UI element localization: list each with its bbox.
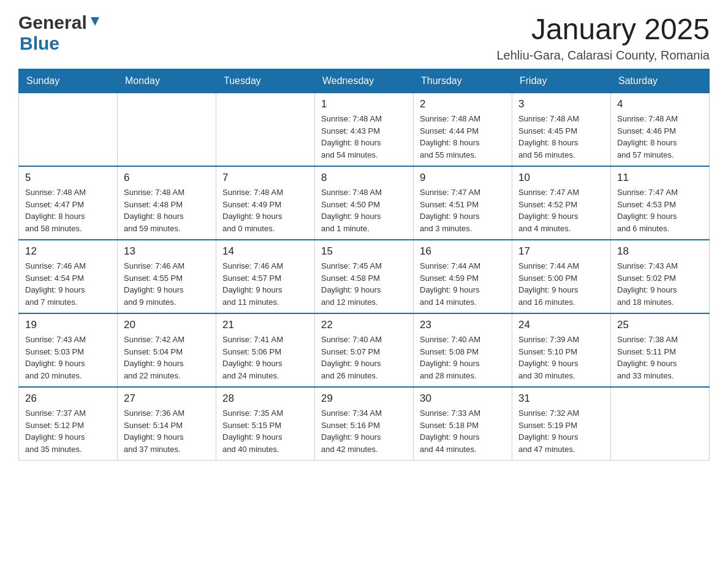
week-row-3: 12Sunrise: 7:46 AM Sunset: 4:54 PM Dayli…	[19, 240, 710, 313]
day-number: 27	[124, 393, 210, 405]
month-title: January 2025	[496, 12, 710, 46]
day-number: 5	[25, 172, 111, 184]
logo-arrow-icon	[88, 15, 102, 28]
day-cell	[611, 387, 710, 461]
day-number: 23	[420, 319, 506, 331]
day-number: 22	[321, 319, 407, 331]
day-info: Sunrise: 7:43 AM Sunset: 5:02 PM Dayligh…	[617, 260, 703, 308]
day-info: Sunrise: 7:48 AM Sunset: 4:50 PM Dayligh…	[321, 186, 407, 234]
day-info: Sunrise: 7:47 AM Sunset: 4:51 PM Dayligh…	[420, 186, 506, 234]
day-number: 28	[222, 393, 308, 405]
day-number: 21	[222, 319, 308, 331]
day-number: 4	[617, 98, 703, 110]
day-number: 6	[124, 172, 210, 184]
day-number: 30	[420, 393, 506, 405]
day-info: Sunrise: 7:47 AM Sunset: 4:52 PM Dayligh…	[518, 186, 604, 234]
day-number: 14	[222, 245, 308, 258]
day-info: Sunrise: 7:46 AM Sunset: 4:54 PM Dayligh…	[25, 260, 111, 308]
day-cell	[216, 93, 315, 167]
page-header: General Blue January 2025 Lehliu-Gara, C…	[18, 12, 710, 63]
day-info: Sunrise: 7:44 AM Sunset: 4:59 PM Dayligh…	[420, 260, 506, 308]
day-cell	[19, 93, 118, 167]
day-cell: 1Sunrise: 7:48 AM Sunset: 4:43 PM Daylig…	[315, 93, 414, 167]
day-info: Sunrise: 7:38 AM Sunset: 5:11 PM Dayligh…	[617, 334, 703, 381]
weekday-header-saturday: Saturday	[611, 69, 710, 93]
day-cell: 19Sunrise: 7:43 AM Sunset: 5:03 PM Dayli…	[19, 313, 118, 387]
logo-blue-text: Blue	[20, 33, 59, 53]
day-info: Sunrise: 7:45 AM Sunset: 4:58 PM Dayligh…	[321, 260, 407, 308]
day-cell: 24Sunrise: 7:39 AM Sunset: 5:10 PM Dayli…	[512, 313, 611, 387]
day-cell: 22Sunrise: 7:40 AM Sunset: 5:07 PM Dayli…	[315, 313, 414, 387]
day-cell	[118, 93, 216, 167]
day-cell: 26Sunrise: 7:37 AM Sunset: 5:12 PM Dayli…	[19, 387, 118, 461]
week-row-1: 1Sunrise: 7:48 AM Sunset: 4:43 PM Daylig…	[19, 93, 710, 167]
day-cell: 27Sunrise: 7:36 AM Sunset: 5:14 PM Dayli…	[118, 387, 216, 461]
day-number: 20	[124, 319, 210, 331]
day-number: 9	[420, 172, 506, 184]
day-info: Sunrise: 7:37 AM Sunset: 5:12 PM Dayligh…	[25, 407, 111, 455]
day-info: Sunrise: 7:48 AM Sunset: 4:46 PM Dayligh…	[617, 113, 703, 161]
day-info: Sunrise: 7:36 AM Sunset: 5:14 PM Dayligh…	[124, 407, 210, 455]
logo-general-text: General	[18, 12, 87, 33]
day-cell: 21Sunrise: 7:41 AM Sunset: 5:06 PM Dayli…	[216, 313, 315, 387]
day-number: 18	[617, 245, 703, 258]
day-cell: 31Sunrise: 7:32 AM Sunset: 5:19 PM Dayli…	[512, 387, 611, 461]
day-info: Sunrise: 7:34 AM Sunset: 5:16 PM Dayligh…	[321, 407, 407, 455]
day-number: 16	[420, 245, 506, 258]
day-number: 31	[518, 393, 604, 405]
day-info: Sunrise: 7:39 AM Sunset: 5:10 PM Dayligh…	[518, 334, 604, 381]
day-info: Sunrise: 7:48 AM Sunset: 4:49 PM Dayligh…	[222, 186, 308, 234]
day-cell: 11Sunrise: 7:47 AM Sunset: 4:53 PM Dayli…	[611, 166, 710, 240]
day-info: Sunrise: 7:48 AM Sunset: 4:48 PM Dayligh…	[124, 186, 210, 234]
calendar-table: SundayMondayTuesdayWednesdayThursdayFrid…	[18, 69, 710, 461]
day-number: 19	[25, 319, 111, 331]
day-number: 1	[321, 98, 407, 110]
day-cell: 23Sunrise: 7:40 AM Sunset: 5:08 PM Dayli…	[414, 313, 512, 387]
day-cell: 6Sunrise: 7:48 AM Sunset: 4:48 PM Daylig…	[118, 166, 216, 240]
day-info: Sunrise: 7:47 AM Sunset: 4:53 PM Dayligh…	[617, 186, 703, 234]
day-cell: 28Sunrise: 7:35 AM Sunset: 5:15 PM Dayli…	[216, 387, 315, 461]
day-number: 26	[25, 393, 111, 405]
day-cell: 18Sunrise: 7:43 AM Sunset: 5:02 PM Dayli…	[611, 240, 710, 313]
day-info: Sunrise: 7:44 AM Sunset: 5:00 PM Dayligh…	[518, 260, 604, 308]
day-cell: 3Sunrise: 7:48 AM Sunset: 4:45 PM Daylig…	[512, 93, 611, 167]
day-cell: 30Sunrise: 7:33 AM Sunset: 5:18 PM Dayli…	[414, 387, 512, 461]
day-info: Sunrise: 7:48 AM Sunset: 4:47 PM Dayligh…	[25, 186, 111, 234]
day-number: 25	[617, 319, 703, 331]
day-info: Sunrise: 7:32 AM Sunset: 5:19 PM Dayligh…	[518, 407, 604, 455]
day-number: 12	[25, 245, 111, 258]
day-cell: 13Sunrise: 7:46 AM Sunset: 4:55 PM Dayli…	[118, 240, 216, 313]
title-area: January 2025 Lehliu-Gara, Calarasi Count…	[496, 12, 710, 63]
day-info: Sunrise: 7:43 AM Sunset: 5:03 PM Dayligh…	[25, 334, 111, 381]
day-info: Sunrise: 7:40 AM Sunset: 5:08 PM Dayligh…	[420, 334, 506, 381]
day-cell: 12Sunrise: 7:46 AM Sunset: 4:54 PM Dayli…	[19, 240, 118, 313]
day-cell: 10Sunrise: 7:47 AM Sunset: 4:52 PM Dayli…	[512, 166, 611, 240]
weekday-header-wednesday: Wednesday	[315, 69, 414, 93]
day-cell: 16Sunrise: 7:44 AM Sunset: 4:59 PM Dayli…	[414, 240, 512, 313]
week-row-2: 5Sunrise: 7:48 AM Sunset: 4:47 PM Daylig…	[19, 166, 710, 240]
day-info: Sunrise: 7:41 AM Sunset: 5:06 PM Dayligh…	[222, 334, 308, 381]
day-info: Sunrise: 7:46 AM Sunset: 4:55 PM Dayligh…	[124, 260, 210, 308]
day-number: 10	[518, 172, 604, 184]
day-info: Sunrise: 7:35 AM Sunset: 5:15 PM Dayligh…	[222, 407, 308, 455]
day-info: Sunrise: 7:48 AM Sunset: 4:45 PM Dayligh…	[518, 113, 604, 161]
day-cell: 20Sunrise: 7:42 AM Sunset: 5:04 PM Dayli…	[118, 313, 216, 387]
day-number: 8	[321, 172, 407, 184]
day-info: Sunrise: 7:48 AM Sunset: 4:44 PM Dayligh…	[420, 113, 506, 161]
day-cell: 15Sunrise: 7:45 AM Sunset: 4:58 PM Dayli…	[315, 240, 414, 313]
week-row-5: 26Sunrise: 7:37 AM Sunset: 5:12 PM Dayli…	[19, 387, 710, 461]
day-cell: 17Sunrise: 7:44 AM Sunset: 5:00 PM Dayli…	[512, 240, 611, 313]
day-cell: 8Sunrise: 7:48 AM Sunset: 4:50 PM Daylig…	[315, 166, 414, 240]
weekday-header-monday: Monday	[118, 69, 216, 93]
weekday-header-thursday: Thursday	[414, 69, 512, 93]
day-number: 7	[222, 172, 308, 184]
svg-marker-0	[91, 17, 99, 26]
day-cell: 4Sunrise: 7:48 AM Sunset: 4:46 PM Daylig…	[611, 93, 710, 167]
location-title: Lehliu-Gara, Calarasi County, Romania	[496, 48, 710, 63]
day-cell: 5Sunrise: 7:48 AM Sunset: 4:47 PM Daylig…	[19, 166, 118, 240]
day-number: 17	[518, 245, 604, 258]
day-info: Sunrise: 7:33 AM Sunset: 5:18 PM Dayligh…	[420, 407, 506, 455]
day-number: 24	[518, 319, 604, 331]
day-number: 3	[518, 98, 604, 110]
day-info: Sunrise: 7:42 AM Sunset: 5:04 PM Dayligh…	[124, 334, 210, 381]
